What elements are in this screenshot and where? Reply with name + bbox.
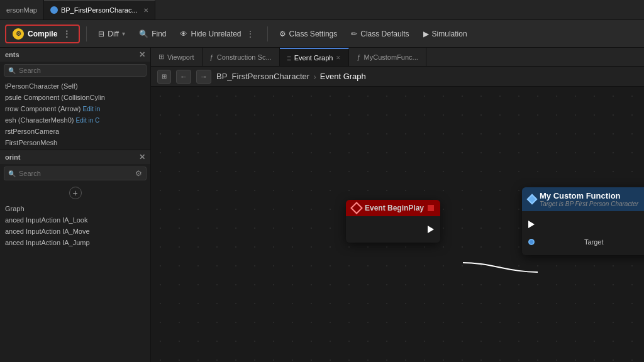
editor-tabs: ⊞ Viewport ƒ Construction Sc... :: Event… [151,48,644,67]
event-begin-play-header: Event BeginPlay [346,200,440,216]
list-item[interactable]: esh (CharacterMesh0) Edit in C [0,114,150,126]
components-panel-title: ents [5,51,19,58]
hide-unrelated-icon: 👁 [180,30,187,38]
list-item[interactable]: FirstPersonMesh [0,137,150,148]
compile-button[interactable]: ⚙ Compile ⋮ [5,25,80,43]
event-graph-close-icon[interactable]: ✕ [336,55,341,61]
exec-output-pin[interactable] [428,205,434,211]
breadcrumb-current-label: Event Graph [320,72,366,81]
diff-button[interactable]: ⊟ Diff ▾ [93,27,130,41]
blueprint-search-input[interactable] [19,170,132,177]
viewport-tab-label: Viewport [167,53,194,61]
components-search-icon: 🔍 [8,67,16,74]
hide-unrelated-button[interactable]: 👁 Hide Unrelated ⋮ [175,26,260,41]
blueprint-panel-header[interactable]: orint ✕ [0,150,150,164]
exec-in-pin[interactable] [528,221,535,228]
tab-personmap-label: ersonMap [6,6,37,14]
my-custom-function-header: My Custom Function Target is BP First Pe… [522,187,644,211]
class-defaults-button[interactable]: ✏ Class Defaults [346,27,414,41]
construction-icon: ƒ [210,53,214,61]
class-settings-label: Class Settings [289,30,338,38]
hide-unrelated-more-icon[interactable]: ⋮ [245,29,256,39]
breadcrumb-separator: › [313,72,316,82]
exec-row [528,218,644,231]
tab-bp-label: BP_FirstPersonCharac... [61,6,138,14]
list-item[interactable]: rrow Component (Arrow) Edit in [0,103,150,114]
list-item[interactable]: anced InputAction IA_Look [0,214,150,226]
blueprint-add-button[interactable]: + [69,187,82,199]
my-custom-function-title: My Custom Function [540,191,638,200]
content-area: ⊞ Viewport ƒ Construction Sc... :: Event… [151,48,644,362]
exec-output-row [352,223,434,236]
components-panel-header[interactable]: ents ✕ [0,48,150,62]
breadcrumb-path-label[interactable]: BP_FirstPersonCharacter [216,72,309,81]
blueprint-header-right: ✕ [139,153,145,162]
list-item[interactable]: anced InputAction IA_Jump [0,237,150,248]
graph-canvas[interactable]: Event BeginPlay My Custom Function Ta [151,87,644,362]
sidebar: ents ✕ 🔍 tPersonCharacter (Self) psule C… [0,48,151,362]
list-item[interactable]: psule Component (CollisionCylin [0,92,150,103]
components-search-input[interactable] [19,67,142,74]
viewport-icon: ⊞ [158,53,164,61]
toolbar-divider-1 [86,26,87,41]
find-icon: 🔍 [139,30,148,38]
toolbar-divider-2 [267,26,268,41]
hide-unrelated-label: Hide Unrelated [191,30,241,38]
components-search-box[interactable]: 🔍 [4,64,147,77]
blueprint-item-list: Graph anced InputAction IA_Look anced In… [0,203,150,362]
tab-close-icon[interactable]: ✕ [143,7,148,14]
blueprint-panel-close-icon[interactable]: ✕ [139,153,145,162]
tab-personmap[interactable]: ersonMap [0,0,44,19]
blueprint-panel-title: orint [5,153,20,161]
back-arrow-icon: ← [180,72,187,81]
class-defaults-icon: ✏ [351,30,357,38]
blueprint-search-box[interactable]: 🔍 ⚙ [4,167,147,180]
function-icon [527,194,538,205]
event-graph-tab-label: Event Graph [294,54,333,62]
node-event-begin-play[interactable]: Event BeginPlay [346,200,440,243]
construction-tab-label: Construction Sc... [217,53,272,61]
tab-event-graph[interactable]: :: Event Graph ✕ [280,48,350,66]
my-custom-function-subtitle: Target is BP First Person Character [540,200,638,207]
find-label: Find [152,30,166,38]
event-graph-icon: :: [287,54,291,62]
node-my-custom-function[interactable]: My Custom Function Target is BP First Pe… [522,187,644,255]
tab-mycustomfunc[interactable]: ƒ MyCustomFunc... [349,48,426,66]
tab-bar: ersonMap BP_FirstPersonCharac... ✕ [0,0,644,20]
diff-chevron-icon: ▾ [122,30,125,37]
simulation-label: Simulation [432,30,467,38]
find-button[interactable]: 🔍 Find [134,27,171,41]
components-panel-close-icon[interactable]: ✕ [139,50,145,59]
edit-link[interactable]: Edit in C [76,117,100,124]
compile-icon: ⚙ [13,28,24,40]
mycustomfunc-tab-label: MyCustomFunc... [364,53,418,61]
nav-grid-button[interactable]: ⊞ [157,70,171,84]
component-list: tPersonCharacter (Self) psule Component … [0,79,150,150]
nav-forward-button[interactable]: → [196,70,211,84]
compile-more-icon[interactable]: ⋮ [61,29,72,39]
class-settings-button[interactable]: ⚙ Class Settings [274,27,343,41]
nav-back-button[interactable]: ← [176,70,191,84]
event-begin-play-body [346,216,440,243]
mycustomfunc-icon: ƒ [357,53,360,61]
components-panel: ents ✕ 🔍 tPersonCharacter (Self) psule C… [0,48,150,150]
breadcrumb-bar: ⊞ ← → BP_FirstPersonCharacter › Event Gr… [151,67,644,87]
tab-viewport[interactable]: ⊞ Viewport [151,48,203,66]
blueprint-settings-icon[interactable]: ⚙ [135,169,142,178]
blueprint-search-icon: 🔍 [8,170,16,177]
list-item[interactable]: anced InputAction IA_Move [0,226,150,237]
list-item[interactable]: Graph [0,203,150,214]
event-icon [350,202,363,214]
list-item[interactable]: tPersonCharacter (Self) [0,80,150,92]
forward-arrow-icon: → [200,72,208,81]
simulation-button[interactable]: ▶ Simulation [418,27,472,41]
diff-label: Diff [108,30,119,38]
tab-bp-firstperson[interactable]: BP_FirstPersonCharac... ✕ [44,0,155,19]
target-row: Target self [528,236,644,248]
tab-construction-script[interactable]: ƒ Construction Sc... [203,48,280,66]
diff-icon: ⊟ [98,30,104,38]
list-item[interactable]: rstPersonCamera [0,126,150,137]
exec-out-pin[interactable] [428,226,434,233]
target-pin-circle[interactable] [528,239,535,245]
edit-link[interactable]: Edit in [82,106,100,112]
